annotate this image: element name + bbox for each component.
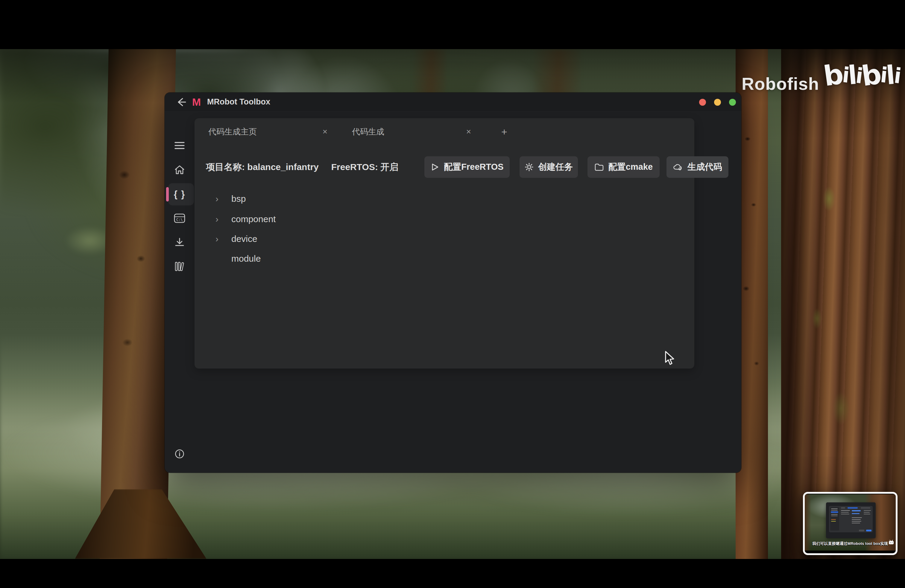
chevron-right-icon[interactable]: › — [216, 214, 227, 224]
pip-sidebar-row — [831, 510, 838, 510]
tab-label: 代码生成 — [352, 126, 384, 137]
back-arrow-icon — [175, 97, 187, 108]
pip-mini-file-dialog — [829, 506, 873, 532]
pip-file-row — [852, 521, 861, 521]
sidebar-item-library[interactable] — [165, 255, 195, 278]
pip-file-row — [841, 510, 850, 511]
pip-cancel-button — [859, 530, 864, 531]
tree-row-bsp[interactable]: › bsp — [213, 191, 422, 207]
bilibili-letter: b — [860, 60, 882, 91]
code-braces-icon: { } — [174, 189, 186, 200]
gear-icon — [525, 162, 533, 172]
theme-brush-icon — [175, 472, 184, 473]
pip-open-button — [866, 530, 872, 531]
cloud-icon — [673, 163, 683, 171]
folder-icon — [594, 163, 604, 171]
pip-file-row — [864, 510, 871, 511]
tree-row-component[interactable]: › component — [213, 211, 422, 227]
tab-code-gen[interactable]: 代码生成 × — [341, 121, 481, 142]
terminal-icon: C:\ — [174, 213, 185, 223]
pip-folder-item — [852, 513, 859, 514]
back-button[interactable] — [175, 97, 187, 108]
create-task-button[interactable]: 创建任务 — [519, 156, 578, 178]
pip-sidebar-tag-row — [831, 519, 836, 520]
button-label: 创建任务 — [538, 161, 573, 173]
button-label: 配置cmake — [608, 161, 653, 173]
button-label: 配置FreeRTOS — [444, 161, 503, 173]
pip-sidebar-tag-row — [831, 521, 836, 521]
pip-toolbar-control — [841, 507, 845, 509]
tab-page-panel: 代码生成主页 × 代码生成 × + 项目名称: balance_infantry… — [195, 118, 694, 369]
pip-sidebar-selected-row — [831, 511, 838, 513]
chevron-right-icon[interactable]: › — [216, 194, 227, 204]
tab-close-button[interactable]: × — [463, 126, 475, 138]
pip-forest-scene: 我们可以直接嗯通过MRobots tool box实现 — [805, 494, 896, 551]
sidebar-item-about[interactable] — [165, 443, 195, 465]
generate-code-button[interactable]: 生成代码 — [667, 156, 729, 178]
add-tab-button[interactable]: + — [497, 125, 511, 138]
bilibili-tv-icon — [888, 540, 894, 546]
project-name-label: 项目名称: balance_infantry — [206, 161, 319, 173]
sidebar-item-home[interactable] — [165, 159, 195, 181]
pip-folder-item — [852, 510, 861, 511]
app-logo: M — [192, 96, 201, 108]
sidebar-item-theme[interactable] — [165, 466, 195, 473]
pip-sidebar-row — [831, 514, 838, 515]
pip-file-row — [864, 514, 870, 514]
tree-label: module — [231, 254, 261, 264]
window-controls — [699, 99, 736, 106]
pip-search-pill — [861, 507, 870, 509]
home-icon — [174, 165, 185, 175]
tree-label: device — [231, 234, 257, 244]
project-info: 项目名称: balance_infantry FreeRTOS: 开启 — [206, 156, 399, 178]
pip-dialog-sidebar — [830, 507, 839, 531]
pip-mini-app-window — [826, 502, 876, 538]
library-books-icon — [174, 261, 185, 272]
menu-icon — [174, 141, 185, 150]
tab-label: 代码生成主页 — [208, 126, 257, 137]
play-outline-icon — [430, 162, 439, 172]
pip-sidebar-row — [831, 509, 838, 509]
download-icon — [175, 237, 185, 248]
minimize-window-button[interactable] — [714, 99, 721, 106]
pip-sidebar-row — [831, 516, 838, 516]
close-window-button[interactable] — [699, 99, 706, 106]
bilibili-letter: b — [822, 60, 844, 91]
tree-row-device[interactable]: › device — [213, 230, 422, 247]
pip-file-row — [841, 512, 849, 513]
bilibili-logo: bilibili — [824, 61, 900, 89]
svg-text:C:\: C:\ — [176, 218, 183, 222]
info-icon — [175, 449, 185, 459]
pip-file-row — [864, 512, 870, 513]
robofish-watermark: Robofish — [741, 74, 819, 94]
tree-label: bsp — [231, 194, 246, 204]
zoom-window-button[interactable] — [729, 99, 736, 106]
sidebar: { } C:\ — [165, 112, 195, 473]
tree-label: component — [231, 214, 276, 224]
tab-code-gen-home[interactable]: 代码生成主页 × — [197, 121, 338, 142]
tab-close-button[interactable]: × — [319, 126, 331, 138]
pip-file-row — [841, 514, 849, 514]
configure-freertos-button[interactable]: 配置FreeRTOS — [424, 156, 510, 178]
sidebar-item-code-generation[interactable]: { } — [165, 183, 195, 205]
pip-file-row — [852, 519, 861, 520]
window-title: MRobot Toolbox — [207, 97, 270, 106]
button-label: 生成代码 — [687, 161, 722, 173]
pip-path-pill — [848, 507, 858, 509]
title-bar[interactable]: M MRobot Toolbox — [165, 92, 741, 112]
pip-file-row — [852, 523, 860, 523]
pip-subtitle: 我们可以直接嗯通过MRobots tool box实现 — [805, 541, 896, 547]
sidebar-item-menu[interactable] — [165, 134, 195, 157]
pip-video-thumbnail[interactable]: 我们可以直接嗯通过MRobots tool box实现 — [803, 492, 897, 555]
sidebar-item-download[interactable] — [165, 231, 195, 254]
app-window: M MRobot Toolbox { } C:\ — [165, 92, 741, 473]
tree-row-module[interactable]: module — [213, 250, 422, 267]
chevron-right-icon[interactable]: › — [216, 234, 227, 244]
configure-cmake-button[interactable]: 配置cmake — [587, 156, 660, 178]
pip-file-row — [852, 517, 862, 518]
freertos-status-label: FreeRTOS: 开启 — [331, 161, 399, 173]
sidebar-item-terminal[interactable]: C:\ — [165, 207, 195, 229]
mouse-cursor — [664, 351, 678, 368]
